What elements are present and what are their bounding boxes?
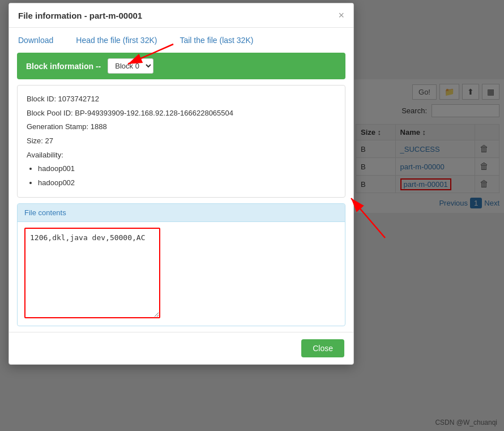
- block-info-label: Block information --: [26, 62, 101, 71]
- node-list: hadoop001 hadoop002: [38, 162, 336, 190]
- file-contents-body: 1206,dkl,java dev,50000,AC: [18, 222, 345, 326]
- block-select[interactable]: Block 0: [108, 58, 153, 74]
- node-item: hadoop002: [38, 176, 336, 190]
- file-contents-section: File contents 1206,dkl,java dev,50000,AC: [17, 203, 345, 326]
- modal-title: File information - part-m-00001: [18, 11, 142, 20]
- node-item: hadoop001: [38, 162, 336, 176]
- block-size: Size: 27: [27, 134, 336, 148]
- block-details: Block ID: 1073742712 Block Pool ID: BP-9…: [17, 85, 345, 198]
- file-content-textarea[interactable]: 1206,dkl,java dev,50000,AC: [24, 228, 160, 318]
- block-id: Block ID: 1073742712: [27, 92, 336, 106]
- availability-label: Availability:: [27, 148, 336, 163]
- action-links-row: Download Head the file (first 32K) Tail …: [9, 28, 353, 49]
- modal-close-button[interactable]: ×: [338, 10, 344, 20]
- block-pool-id: Block Pool ID: BP-949393909-192.168.92.1…: [27, 106, 336, 121]
- tail-file-link[interactable]: Tail the file (last 32K): [180, 36, 253, 45]
- file-contents-header: File contents: [18, 204, 345, 222]
- modal-header: File information - part-m-00001 ×: [9, 3, 353, 28]
- download-link[interactable]: Download: [18, 36, 53, 45]
- modal-dialog: File information - part-m-00001 × Downlo…: [8, 3, 354, 365]
- modal-footer: Close: [9, 332, 353, 364]
- block-info-header: Block information -- Block 0: [17, 53, 345, 79]
- generation-stamp: Generation Stamp: 1888: [27, 120, 336, 134]
- head-file-link[interactable]: Head the file (first 32K): [76, 36, 157, 45]
- close-button[interactable]: Close: [301, 339, 344, 357]
